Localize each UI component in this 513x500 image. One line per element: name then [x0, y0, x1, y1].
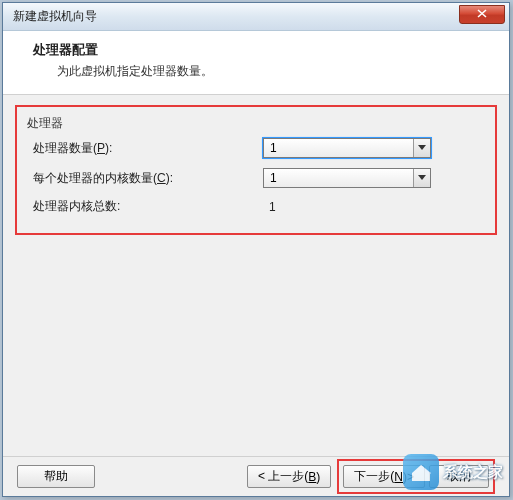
page-title: 处理器配置 — [33, 41, 489, 59]
close-icon — [477, 9, 487, 20]
section-label: 处理器 — [27, 115, 485, 132]
content-area: 处理器 处理器数量(P): 1 每个处理器的内核数量(C): 1 — [3, 95, 509, 483]
wizard-footer: 帮助 < 上一步(B) 下一步(N)> 取消 — [3, 456, 509, 496]
processor-count-label: 处理器数量(P): — [33, 140, 263, 157]
total-cores-label: 处理器内核总数: — [33, 198, 263, 215]
processor-count-row: 处理器数量(P): 1 — [33, 138, 485, 158]
combo-value: 1 — [270, 171, 277, 185]
highlight-region-buttons: 下一步(N)> 取消 — [337, 459, 495, 494]
close-button[interactable] — [459, 5, 505, 24]
next-button[interactable]: 下一步(N)> — [343, 465, 425, 488]
chevron-down-icon — [413, 169, 430, 187]
page-subtitle: 为此虚拟机指定处理器数量。 — [33, 63, 489, 80]
combo-value: 1 — [270, 141, 277, 155]
highlight-region: 处理器 处理器数量(P): 1 每个处理器的内核数量(C): 1 — [15, 105, 497, 235]
window-title: 新建虚拟机向导 — [13, 8, 97, 25]
cores-per-processor-label: 每个处理器的内核数量(C): — [33, 170, 263, 187]
wizard-header: 处理器配置 为此虚拟机指定处理器数量。 — [3, 31, 509, 95]
total-cores-value: 1 — [263, 200, 276, 214]
wizard-window: 新建虚拟机向导 处理器配置 为此虚拟机指定处理器数量。 处理器 处理器数量(P)… — [2, 2, 510, 497]
chevron-down-icon — [413, 139, 430, 157]
back-button[interactable]: < 上一步(B) — [247, 465, 331, 488]
titlebar: 新建虚拟机向导 — [3, 3, 509, 31]
cores-per-processor-row: 每个处理器的内核数量(C): 1 — [33, 168, 485, 188]
help-button[interactable]: 帮助 — [17, 465, 95, 488]
total-cores-row: 处理器内核总数: 1 — [33, 198, 485, 215]
cancel-button[interactable]: 取消 — [429, 465, 489, 488]
cores-per-processor-combo[interactable]: 1 — [263, 168, 431, 188]
processor-count-combo[interactable]: 1 — [263, 138, 431, 158]
